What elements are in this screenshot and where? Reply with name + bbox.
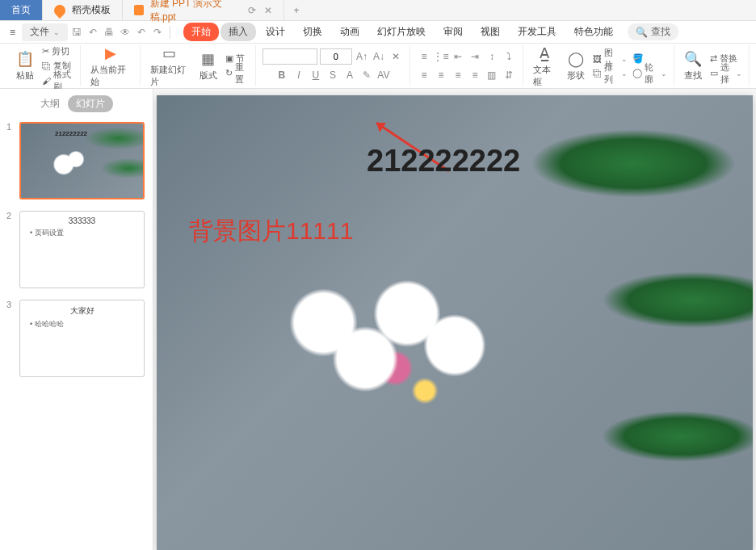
reset-button[interactable]: ↻重置: [225, 67, 249, 80]
bullets-icon[interactable]: ≡: [417, 49, 431, 64]
brush-icon: 🖌: [42, 76, 51, 86]
select-button[interactable]: ▭选择⌄: [710, 67, 742, 80]
ribbon-start[interactable]: 开始: [183, 23, 219, 41]
font-shrink-icon[interactable]: A↓: [372, 49, 386, 64]
ribbon-insert[interactable]: 插入: [220, 23, 256, 41]
copy-icon: ⿻: [42, 61, 51, 71]
sidebar-tab-slides[interactable]: 幻灯片: [68, 95, 113, 112]
spacing-icon[interactable]: AV: [376, 68, 391, 82]
format-painter-button[interactable]: 🖌格式刷: [42, 74, 74, 87]
new-slide-button[interactable]: ▭ 新建幻灯片: [147, 44, 191, 88]
tab-document-label: 新建 PPT 演示文稿.ppt: [150, 0, 238, 24]
layout-button[interactable]: ▦ 版式: [196, 50, 220, 82]
tab-template-label: 稻壳模板: [72, 3, 111, 17]
highlight-icon[interactable]: ✎: [359, 68, 374, 82]
select-icon: ▭: [710, 68, 718, 78]
outline-button[interactable]: ◯轮廓⌄: [632, 67, 667, 80]
ribbon-devtools[interactable]: 开发工具: [510, 23, 565, 41]
slide-text-title[interactable]: 212222222: [367, 144, 520, 178]
search-button[interactable]: 🔍 查找: [628, 23, 678, 40]
vertical-align-icon[interactable]: ⇵: [502, 68, 516, 82]
ribbon-design[interactable]: 设计: [258, 23, 293, 41]
thumbnail-3[interactable]: 大家好 • 哈哈哈哈: [19, 300, 145, 377]
ribbon-slideshow[interactable]: 幻灯片放映: [369, 23, 434, 41]
qa-redo-icon[interactable]: ↷: [150, 25, 165, 40]
menu-file[interactable]: 文件 ⌄: [22, 23, 68, 41]
line-spacing-icon[interactable]: ↕: [485, 49, 499, 64]
thumb-bullet: • 哈哈哈哈: [30, 319, 64, 330]
thumbnail-item: 3 大家好 • 哈哈哈哈: [6, 300, 146, 377]
qa-undo-icon[interactable]: ↶: [134, 25, 149, 40]
tab-document[interactable]: 新建 PPT 演示文稿.ppt ⟳ ✕: [123, 0, 284, 20]
indent-dec-icon[interactable]: ⇤: [451, 49, 465, 64]
shape-button[interactable]: ◯ 形状: [564, 50, 588, 82]
editing-col: ⇄替换 ▭选择⌄: [710, 52, 742, 80]
slides-col: ▣节 ↻重置: [225, 52, 249, 80]
tab-close-icon[interactable]: ✕: [264, 5, 272, 16]
arrange-button[interactable]: ⿻排列⌄: [593, 67, 627, 80]
canvas-area[interactable]: 212222222 背景图片11111: [153, 89, 756, 550]
italic-icon[interactable]: I: [292, 68, 306, 82]
thumb-number: 1: [6, 122, 15, 199]
columns-icon[interactable]: ▥: [485, 68, 499, 82]
strike-icon[interactable]: S: [326, 68, 340, 82]
thumbnail-1[interactable]: 212222222: [19, 122, 145, 199]
new-slide-icon: ▭: [161, 44, 178, 62]
slide-background: 212222222 背景图片11111: [157, 95, 753, 550]
thumbnail-item: 1 212222222: [6, 122, 146, 199]
chevron-down-icon: ⌄: [53, 28, 60, 36]
insert-col: 🖼图片⌄ ⿻排列⌄: [593, 52, 627, 80]
font-size-select[interactable]: [320, 48, 352, 65]
align-justify-icon[interactable]: ≡: [468, 68, 482, 82]
clear-format-icon[interactable]: ✕: [388, 49, 403, 64]
play-icon: ▶: [102, 44, 120, 62]
align-center-icon[interactable]: ≡: [434, 68, 448, 82]
tab-template[interactable]: 稻壳模板: [43, 0, 123, 20]
font-family-select[interactable]: [262, 48, 317, 65]
tab-refresh-icon[interactable]: ⟳: [248, 5, 256, 16]
cut-button[interactable]: ✂剪切: [42, 45, 74, 58]
slide-text-subtitle[interactable]: 背景图片11111: [189, 215, 353, 248]
ribbon-review[interactable]: 审阅: [435, 23, 471, 41]
indent-inc-icon[interactable]: ⇥: [468, 49, 482, 64]
ribbon-animation[interactable]: 动画: [332, 23, 368, 41]
title-tab-bar: 首页 稻壳模板 新建 PPT 演示文稿.ppt ⟳ ✕ +: [0, 0, 756, 21]
qa-back-icon[interactable]: ↶: [86, 25, 100, 40]
bold-icon[interactable]: B: [275, 68, 289, 82]
underline-icon[interactable]: U: [309, 68, 323, 82]
thumbnail-2[interactable]: 333333 • 页码设置: [19, 211, 145, 288]
ribbon-feature[interactable]: 特色功能: [566, 23, 621, 41]
thumb-bullet: • 页码设置: [30, 228, 64, 238]
thumbnail-list: 1 212222222 2 333333 • 页码设置 3 大家好 • 哈哈哈哈: [0, 119, 153, 550]
group-font: A↑ A↓ ✕ B I U S A ✎ AV: [256, 45, 410, 86]
qa-preview-icon[interactable]: 👁: [118, 25, 132, 40]
textbox-button[interactable]: A̲ 文本框: [530, 44, 560, 88]
font-grow-icon[interactable]: A↑: [355, 49, 369, 64]
paste-button[interactable]: 📋 粘贴: [13, 50, 37, 82]
font-color-icon[interactable]: A: [342, 68, 357, 82]
text-direction-icon[interactable]: ⤵: [502, 49, 516, 64]
qa-print-icon[interactable]: 🖶: [102, 25, 116, 40]
chevron-down-icon: ⌄: [661, 69, 667, 78]
align-left-icon[interactable]: ≡: [417, 68, 431, 82]
slide-canvas[interactable]: 212222222 背景图片11111: [157, 95, 753, 550]
play-from-current-button[interactable]: ▶ 从当前开始: [87, 44, 133, 88]
paste-icon: 📋: [16, 50, 34, 68]
tab-add[interactable]: +: [284, 0, 309, 20]
group-clipboard: 📋 粘贴 ✂剪切 ⿻复制 🖌格式刷: [6, 45, 81, 86]
menu-app-icon[interactable]: ≡: [5, 23, 20, 41]
search-label: 查找: [651, 25, 670, 39]
thumbnail-item: 2 333333 • 页码设置: [6, 211, 146, 288]
ribbon-transition[interactable]: 切换: [295, 23, 330, 41]
find-button[interactable]: 🔍 查找: [681, 50, 705, 82]
qa-save-icon[interactable]: 🖫: [69, 25, 84, 40]
align-right-icon[interactable]: ≡: [451, 68, 465, 82]
thumb-number: 2: [6, 211, 15, 288]
tab-home[interactable]: 首页: [0, 0, 43, 20]
numbering-icon[interactable]: ⋮≡: [434, 49, 448, 64]
ribbon-view[interactable]: 视图: [472, 23, 508, 41]
section-icon: ▣: [225, 53, 233, 64]
chevron-down-icon: ⌄: [736, 69, 742, 78]
replace-icon: ⇄: [710, 53, 717, 64]
sidebar-tab-outline[interactable]: 大纲: [40, 97, 60, 111]
